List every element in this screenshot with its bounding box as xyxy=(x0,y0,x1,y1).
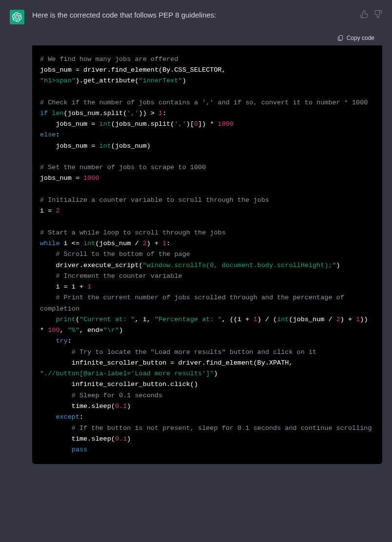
thumbs-up-icon[interactable] xyxy=(360,10,369,19)
thumbs-down-icon[interactable] xyxy=(373,10,382,19)
clipboard-icon xyxy=(337,35,344,41)
svg-rect-0 xyxy=(339,35,342,39)
feedback-buttons xyxy=(360,10,382,19)
openai-logo-icon xyxy=(12,12,22,22)
assistant-avatar xyxy=(10,10,24,24)
message-intro-text: Here is the corrected code that follows … xyxy=(32,10,352,21)
copy-code-label: Copy code xyxy=(347,35,374,41)
code-block: Copy code # We find how many jobs are of… xyxy=(32,31,382,465)
code-block-header: Copy code xyxy=(32,31,382,45)
code-content: # We find how many jobs are offered jobs… xyxy=(32,45,382,465)
assistant-message-row: Here is the corrected code that follows … xyxy=(0,0,392,31)
copy-code-button[interactable]: Copy code xyxy=(337,35,374,41)
message-content: Here is the corrected code that follows … xyxy=(32,10,352,31)
